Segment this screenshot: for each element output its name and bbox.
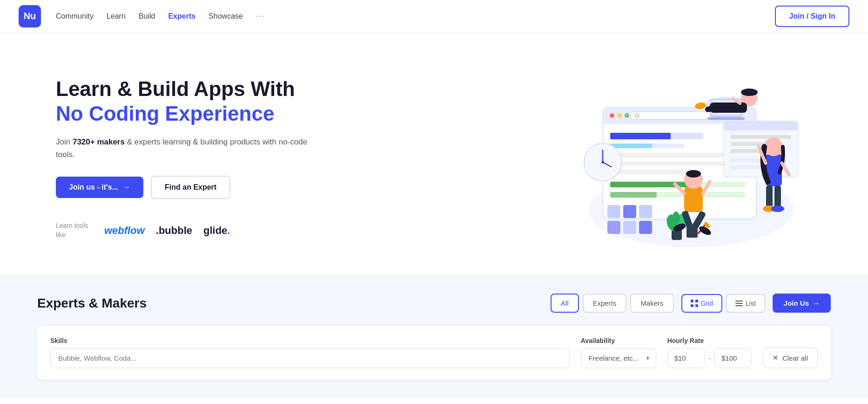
nav-link-build[interactable]: Build: [139, 12, 155, 21]
rate-max-input[interactable]: [714, 348, 752, 368]
svg-rect-33: [607, 221, 620, 234]
view-grid-button[interactable]: Grid: [681, 294, 722, 313]
svg-rect-60: [766, 185, 773, 209]
nav-link-learn[interactable]: Learn: [107, 12, 126, 21]
filter-all-button[interactable]: All: [551, 294, 579, 313]
experts-controls: All Experts Makers Grid: [551, 294, 831, 313]
experts-header: Experts & Makers All Experts Makers Grid: [37, 294, 831, 313]
svg-rect-78: [695, 304, 698, 307]
svg-rect-7: [631, 112, 714, 119]
skills-label: Skills: [50, 337, 570, 344]
svg-rect-22: [610, 192, 657, 198]
hero-title-line2: No Coding Experience: [56, 102, 316, 126]
svg-rect-15: [610, 144, 652, 148]
hero-illustration: [556, 61, 812, 256]
hero-subtitle-prefix: Join: [56, 137, 73, 146]
nav-left: Nu Community Learn Build Experts Showcas…: [19, 5, 266, 27]
hero-content: Learn & Build Apps With No Coding Experi…: [56, 77, 316, 240]
svg-point-53: [741, 89, 758, 96]
nav-link-experts[interactable]: Experts: [168, 12, 195, 21]
hourly-rate-field: Hourly Rate -: [667, 337, 752, 368]
skills-field: Skills: [50, 337, 570, 368]
join-us-label: Join Us: [784, 299, 809, 307]
svg-rect-66: [684, 186, 703, 212]
experts-section: Experts & Makers All Experts Makers Grid: [0, 275, 868, 398]
rate-min-input[interactable]: [667, 348, 705, 368]
clear-all-button[interactable]: ✕ Clear all: [763, 348, 818, 368]
view-grid-label: Grid: [701, 300, 713, 307]
view-list-button[interactable]: List: [726, 294, 765, 313]
hero-tools: Learn tools like webflow .bubble glide.: [56, 221, 316, 240]
bubble-logo: .bubble: [156, 225, 192, 237]
filter-group: All Experts Makers: [551, 294, 674, 313]
availability-select-wrapper: Freelance, etc... Full-time Part-time Co…: [581, 348, 656, 368]
tools-label: Learn tools like: [56, 221, 93, 240]
availability-select[interactable]: Freelance, etc... Full-time Part-time Co…: [581, 348, 656, 368]
hero-buttons: Join us - it's... → Find an Expert: [56, 176, 316, 199]
clear-x-icon: ✕: [773, 354, 779, 362]
nav-right: Join / Sign In: [775, 6, 849, 27]
nav-link-community[interactable]: Community: [56, 12, 94, 21]
view-list-label: List: [746, 300, 756, 307]
svg-rect-77: [691, 304, 693, 307]
svg-point-6: [625, 113, 629, 118]
hero-title: Learn & Build Apps With No Coding Experi…: [56, 77, 316, 126]
svg-point-4: [610, 113, 614, 118]
svg-rect-24: [724, 121, 798, 130]
hero-subtitle: Join 7320+ makers & experts learning & b…: [56, 136, 316, 161]
svg-point-68: [686, 170, 701, 178]
experts-title: Experts & Makers: [37, 296, 147, 311]
availability-field: Availability Freelance, etc... Full-time…: [581, 337, 656, 368]
svg-point-5: [617, 113, 622, 118]
svg-rect-25: [731, 135, 791, 139]
join-button-arrow: →: [123, 183, 130, 192]
filter-bar: Skills Availability Freelance, etc... Fu…: [37, 326, 831, 379]
clear-all-label: Clear all: [782, 354, 808, 362]
glide-logo: glide.: [203, 225, 230, 237]
svg-point-47: [601, 161, 604, 164]
svg-rect-79: [735, 301, 743, 301]
svg-rect-20: [610, 182, 694, 187]
availability-label: Availability: [581, 337, 656, 344]
tool-logos: webflow .bubble glide.: [104, 225, 230, 237]
glide-dot: .: [227, 225, 230, 236]
nav-links: Community Learn Build Experts Showcase ·…: [56, 11, 266, 21]
svg-rect-13: [610, 133, 671, 139]
webflow-logo: webflow: [104, 225, 145, 237]
svg-rect-75: [691, 300, 693, 302]
svg-rect-51: [707, 117, 745, 120]
filter-makers-button[interactable]: Makers: [630, 294, 673, 313]
navbar: Nu Community Learn Build Experts Showcas…: [0, 0, 868, 33]
nav-link-showcase[interactable]: Showcase: [209, 12, 243, 21]
find-expert-button[interactable]: Find an Expert: [151, 176, 230, 199]
nav-more-dots[interactable]: ···: [256, 11, 266, 21]
join-us-button[interactable]: Join Us →: [773, 294, 831, 313]
svg-rect-34: [623, 221, 636, 234]
nav-logo[interactable]: Nu: [19, 5, 41, 27]
svg-rect-81: [735, 305, 743, 306]
svg-rect-35: [639, 221, 652, 234]
svg-rect-31: [623, 205, 636, 218]
join-us-arrow: →: [813, 299, 820, 307]
view-group: Grid List: [681, 294, 765, 313]
rate-range: -: [667, 348, 752, 368]
skills-input[interactable]: [50, 348, 570, 368]
svg-rect-61: [774, 185, 781, 209]
list-icon: [735, 300, 743, 307]
svg-rect-76: [695, 300, 698, 302]
svg-rect-30: [607, 205, 620, 218]
join-button[interactable]: Join us - it's... →: [56, 177, 143, 198]
svg-rect-80: [735, 303, 743, 304]
grid-icon: [691, 300, 698, 307]
hero-section: Learn & Build Apps With No Coding Experi…: [0, 33, 868, 275]
join-signin-button[interactable]: Join / Sign In: [775, 6, 849, 27]
hero-title-line1: Learn & Build Apps With: [56, 77, 295, 100]
filter-experts-button[interactable]: Experts: [583, 294, 627, 313]
rate-dash: -: [708, 354, 711, 363]
join-button-label: Join us - it's...: [69, 183, 118, 192]
svg-rect-32: [639, 205, 652, 218]
hero-subtitle-count: 7320+ makers: [73, 137, 125, 146]
hourly-rate-label: Hourly Rate: [667, 337, 752, 344]
svg-point-63: [771, 205, 784, 212]
